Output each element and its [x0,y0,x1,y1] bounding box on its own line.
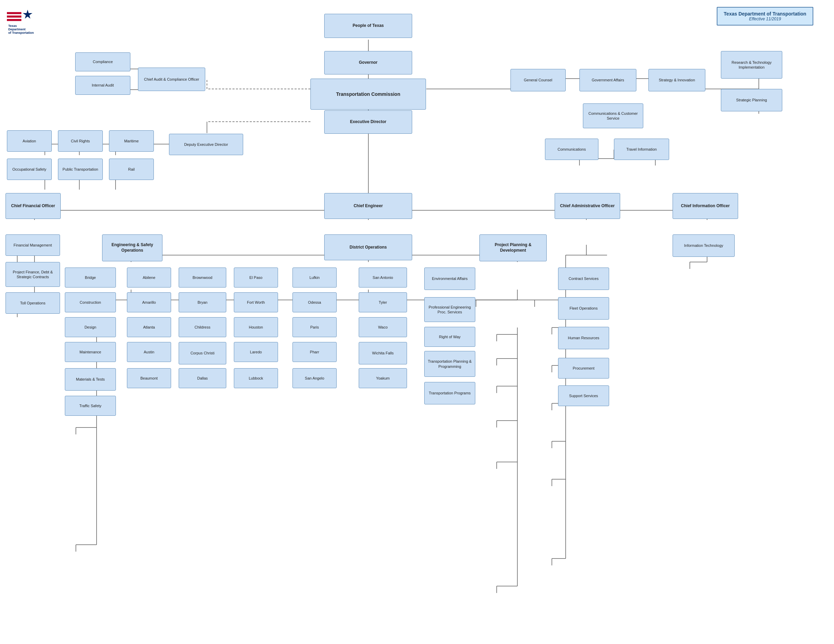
node-chief-admin: Chief Administrative Officer [554,193,620,219]
node-deputy-executive-director: Deputy Executive Director [169,134,243,155]
node-human-resources: Human Resources [558,327,609,349]
node-project-finance: Project Finance, Debt & Strategic Contra… [5,262,60,287]
node-toll-operations: Toll Operations [5,292,60,314]
node-internal-audit: Internal Audit [75,76,130,95]
node-financial-mgmt: Financial Management [5,234,60,256]
node-yoakum: Yoakum [359,368,407,388]
node-travel-information: Travel Information [614,139,669,160]
node-environmental: Environmental Affairs [424,268,475,290]
node-fleet-ops: Fleet Operations [558,297,609,320]
info-box: Texas Department of Transportation Effec… [717,7,813,26]
node-austin: Austin [127,342,171,362]
node-chief-financial: Chief Financial Officer [5,193,61,219]
node-rail: Rail [109,158,154,180]
node-government-affairs: Government Affairs [579,69,636,91]
node-maintenance: Maintenance [65,342,116,362]
node-fort-worth: Fort Worth [234,292,278,312]
node-construction: Construction [65,292,116,312]
node-aviation: Aviation [7,130,52,152]
node-san-angelo: San Angelo [293,368,337,388]
agency-effective: Effective 11/2019 [722,16,808,21]
node-beaumont: Beaumont [127,368,171,388]
node-pharr: Pharr [293,342,337,362]
node-civil-rights: Civil Rights [58,130,103,152]
node-prof-eng: Professional Engineering Proc. Services [424,297,475,322]
node-el-paso: El Paso [234,268,278,287]
svg-text:Department: Department [8,27,26,31]
node-contract-services: Contract Services [558,268,609,290]
node-general-counsel: General Counsel [511,69,566,91]
node-design: Design [65,317,116,337]
node-transp-planning: Transportation Planning & Programming [424,351,475,377]
node-governor: Governor [324,51,412,74]
node-procurement: Procurement [558,358,609,379]
node-lubbock: Lubbock [234,368,278,388]
node-waco: Waco [359,317,407,337]
node-eng-safety: Engineering & Safety Operations [102,234,162,261]
node-chief-info: Chief Information Officer [672,193,738,219]
svg-rect-4 [7,19,21,21]
node-chief-audit: Chief Audit & Compliance Officer [138,68,205,91]
node-corpus-christi: Corpus Christi [179,342,226,365]
agency-title: Texas Department of Transportation [722,11,808,16]
node-project-planning: Project Planning & Development [479,234,547,261]
node-executive-director: Executive Director [324,110,412,134]
node-traffic-safety: Traffic Safety [65,396,116,416]
node-compliance: Compliance [75,52,130,71]
node-abilene: Abilene [127,268,171,287]
svg-rect-3 [7,16,21,18]
node-transp-programs: Transportation Programs [424,382,475,404]
node-research-tech: Research & Technology Implementation [721,51,782,79]
node-support-services: Support Services [558,386,609,406]
node-chief-engineer: Chief Engineer [324,193,412,219]
svg-text:of Transportation: of Transportation [8,31,34,34]
node-paris: Paris [293,317,337,337]
node-wichita-falls: Wichita Falls [359,342,407,365]
node-public-transportation: Public Transportation [58,158,103,180]
node-amarillo: Amarillo [127,292,171,312]
node-dallas: Dallas [179,368,226,388]
org-chart: Texas Department of Transportation Texas… [0,0,834,644]
node-strategy-innovation: Strategy & Innovation [648,69,705,91]
node-tyler: Tyler [359,292,407,312]
node-maritime: Maritime [109,130,154,152]
node-childress: Childress [179,317,226,337]
node-occupational-safety: Occupational Safety [7,158,52,180]
node-communications: Communications [545,139,598,160]
node-right-of-way: Right of Way [424,327,475,347]
node-odessa: Odessa [293,292,337,312]
node-strategic-planning: Strategic Planning [721,89,782,111]
node-lufkin: Lufkin [293,268,337,287]
node-san-antonio: San Antonio [359,268,407,287]
logo: Texas Department of Transportation [7,7,62,34]
node-transportation-commission: Transportation Commission [310,79,426,110]
node-materials-tests: Materials & Tests [65,368,116,391]
node-laredo: Laredo [234,342,278,362]
svg-text:Texas: Texas [8,24,17,27]
node-brownwood: Brownwood [179,268,226,287]
node-district-ops: District Operations [324,234,412,260]
node-bryan: Bryan [179,292,226,312]
node-people-of-texas: People of Texas [324,14,412,38]
node-houston: Houston [234,317,278,337]
node-bridge: Bridge [65,268,116,287]
node-atlanta: Atlanta [127,317,171,337]
node-info-tech: Information Technology [672,234,735,257]
node-comms-customer: Communications & Customer Service [583,103,643,128]
svg-rect-2 [7,12,21,14]
